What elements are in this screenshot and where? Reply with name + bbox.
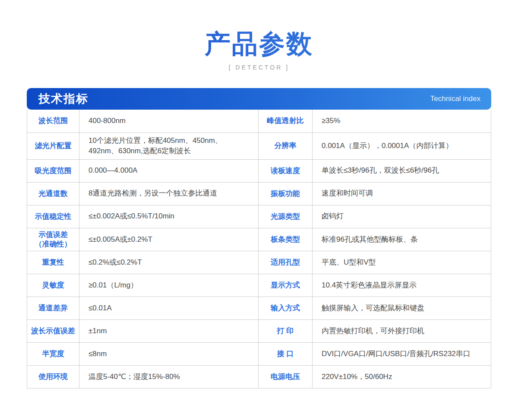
spec-label: 振板功能 — [259, 182, 313, 205]
table-row: 灵敏度 ≥0.01（L/mg） 显示方式 10.4英寸彩色液晶显示屏显示 — [27, 274, 491, 297]
table-row: 通道差异 ≤0.01A 输入方式 触摸屏输入，可选配鼠标和键盘 — [27, 297, 491, 319]
table-row: 滤光片配置 10个滤光片位置，标配405nm、450nm、 492nm、630n… — [27, 133, 491, 159]
table-row: 波长示值误差 ±1nm 打 印 内置热敏打印机，可外接打印机 — [27, 319, 491, 342]
spec-table: 波长范围 400-800nm 峰值透射比 ≥35% 滤光片配置 10个滤光片位置… — [27, 110, 491, 388]
spec-value: ≥35% — [313, 110, 491, 133]
spec-value: 8通道光路检测，另设一个独立参比通道 — [79, 182, 259, 205]
spec-label: 重复性 — [27, 251, 79, 274]
spec-label: 接 口 — [259, 342, 313, 365]
spec-value: 0.000—4.000A — [79, 159, 259, 182]
spec-value: 0.001A（显示），0.0001A（内部计算） — [313, 133, 491, 159]
spec-value: 速度和时间可调 — [313, 182, 491, 205]
spec-label: 通道差异 — [27, 297, 79, 319]
spec-label: 吸光度范围 — [27, 159, 79, 182]
table-row: 使用环境 温度5-40℃；湿度15%-80% 电源电压 220V±10%，50/… — [27, 365, 491, 388]
spec-label: 分辨率 — [259, 133, 313, 159]
spec-value: ≤±0.005A或±0.2%T — [79, 228, 259, 251]
table-row: 半宽度 ≤8nm 接 口 DVI口/VGA口/网口/USB口/音频孔/RS232… — [27, 342, 491, 365]
panel-header: 技术指标 Technical index — [27, 88, 491, 110]
spec-value: ≤0.2%或≤0.2%T — [79, 251, 259, 274]
spec-label: 示值稳定性 — [27, 205, 79, 228]
spec-value: ≤0.01A — [79, 297, 259, 319]
spec-label: 光通道数 — [27, 182, 79, 205]
spec-label: 输入方式 — [259, 297, 313, 319]
spec-label: 波长范围 — [27, 110, 79, 133]
spec-label: 读板速度 — [259, 159, 313, 182]
spec-value: 10个滤光片位置，标配405nm、450nm、 492nm、630nm,选配6定… — [79, 133, 259, 159]
spec-label: 光源类型 — [259, 205, 313, 228]
table-row: 波长范围 400-800nm 峰值透射比 ≥35% — [27, 110, 491, 133]
spec-value: 卤钨灯 — [313, 205, 491, 228]
table-row: 光通道数 8通道光路检测，另设一个独立参比通道 振板功能 速度和时间可调 — [27, 182, 491, 205]
table-row: 重复性 ≤0.2%或≤0.2%T 适用孔型 平底、U型和V型 — [27, 251, 491, 274]
spec-value: ≤±0.002A或≤0.5%T/10min — [79, 205, 259, 228]
spec-value: 220V±10%，50/60Hz — [313, 365, 491, 388]
spec-label: 示值误差 （准确性） — [27, 228, 79, 251]
spec-value: 标准96孔或其他型酶标板、条 — [313, 228, 491, 251]
spec-value: 温度5-40℃；湿度15%-80% — [79, 365, 259, 388]
table-row: 吸光度范围 0.000—4.000A 读板速度 单波长≤3秒/96孔，双波长≤6… — [27, 159, 491, 182]
spec-label: 电源电压 — [259, 365, 313, 388]
spec-label: 打 印 — [259, 319, 313, 342]
spec-label: 适用孔型 — [259, 251, 313, 274]
spec-value: 400-800nm — [79, 110, 259, 133]
panel-title: 技术指标 — [38, 91, 88, 107]
spec-panel: 技术指标 Technical index 波长范围 400-800nm 峰值透射… — [27, 88, 491, 388]
spec-value: DVI口/VGA口/网口/USB口/音频孔/RS232串口 — [313, 342, 491, 365]
spec-value: ≥0.01（L/mg） — [79, 274, 259, 297]
page: 产品参数 [ DETECTOR ] 技术指标 Technical index 波… — [0, 29, 518, 388]
spec-label: 使用环境 — [27, 365, 79, 388]
page-title: 产品参数 — [0, 29, 518, 58]
table-row: 示值误差 （准确性） ≤±0.005A或±0.2%T 板条类型 标准96孔或其他… — [27, 228, 491, 251]
spec-label: 半宽度 — [27, 342, 79, 365]
spec-value: 10.4英寸彩色液晶显示屏显示 — [313, 274, 491, 297]
spec-value: 触摸屏输入，可选配鼠标和键盘 — [313, 297, 491, 319]
page-subtitle: [ DETECTOR ] — [0, 64, 518, 71]
spec-value: ±1nm — [79, 319, 259, 342]
spec-label: 波长示值误差 — [27, 319, 79, 342]
spec-label: 峰值透射比 — [259, 110, 313, 133]
spec-value: 内置热敏打印机，可外接打印机 — [313, 319, 491, 342]
spec-label: 灵敏度 — [27, 274, 79, 297]
spec-label: 滤光片配置 — [27, 133, 79, 159]
spec-value: 单波长≤3秒/96孔，双波长≤6秒/96孔 — [313, 159, 491, 182]
spec-value: ≤8nm — [79, 342, 259, 365]
panel-title-english: Technical index — [430, 95, 480, 103]
spec-value: 平底、U型和V型 — [313, 251, 491, 274]
spec-label: 板条类型 — [259, 228, 313, 251]
table-row: 示值稳定性 ≤±0.002A或≤0.5%T/10min 光源类型 卤钨灯 — [27, 205, 491, 228]
spec-label: 显示方式 — [259, 274, 313, 297]
